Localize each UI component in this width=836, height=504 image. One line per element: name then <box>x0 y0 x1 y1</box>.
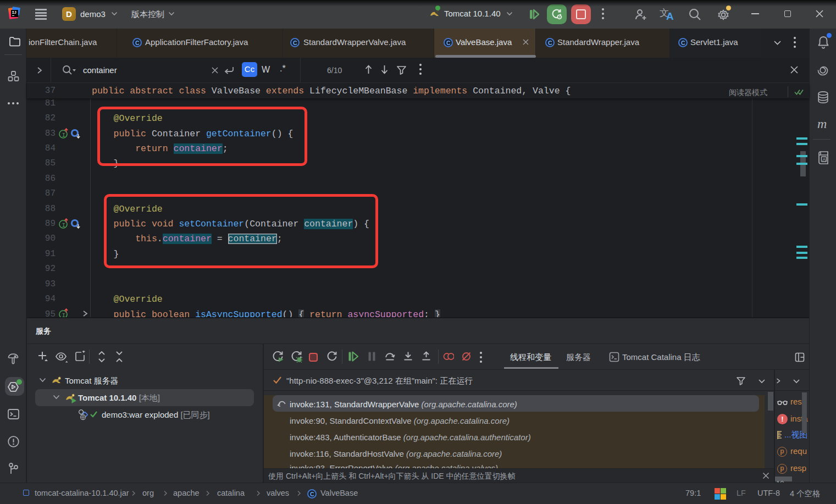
svg-text:I: I <box>62 222 66 229</box>
svg-text:I: I <box>62 132 66 139</box>
svg-text:A: A <box>823 157 826 162</box>
